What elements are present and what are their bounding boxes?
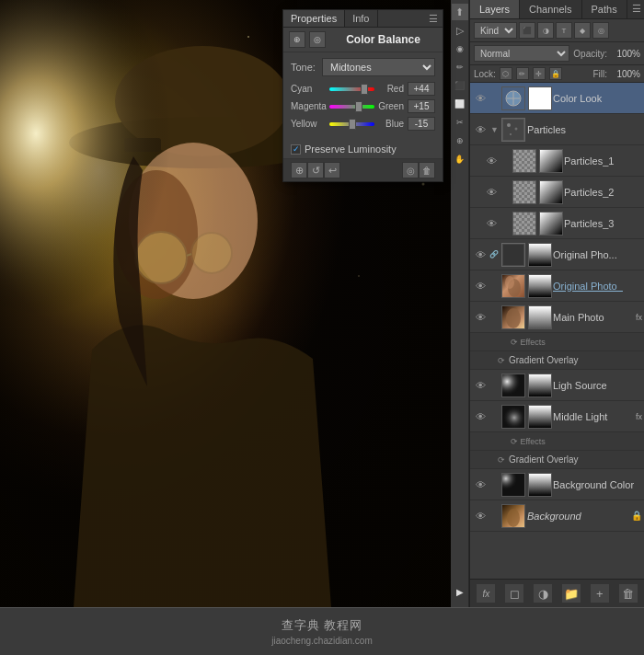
panel-btn-reset[interactable]: ↺ [307, 162, 324, 178]
tool-move[interactable]: ⬆ [452, 4, 468, 20]
layers-list: 👁 Color Look 👁 ▼ Particles 👁 Particles_1 [470, 83, 644, 579]
preserve-checkbox[interactable]: ✓ [291, 144, 301, 155]
group-arrow-particles[interactable]: ▼ [490, 125, 499, 134]
thumb-particles [501, 118, 525, 142]
panel-menu-btn[interactable]: ☰ [424, 11, 443, 27]
cyan-red-value[interactable] [408, 82, 435, 96]
tab-layers[interactable]: Layers [470, 0, 520, 18]
layer-particles[interactable]: 👁 ▼ Particles [470, 114, 644, 145]
tool-brush[interactable]: ✏ [452, 59, 468, 75]
blend-mode-select[interactable]: Normal [474, 45, 569, 62]
eye-particles[interactable]: 👁 [472, 121, 489, 138]
add-mask-btn[interactable]: ◻ [504, 583, 524, 603]
lock-all-btn[interactable]: 🔒 [549, 67, 562, 80]
layer-original-photo-group[interactable]: 👁 🔗 Original Pho... [470, 239, 644, 270]
panel-btn-add[interactable]: ⊕ [291, 162, 307, 178]
svg-point-26 [510, 133, 512, 135]
layer-middle-light[interactable]: 👁 Middle Light fx [470, 401, 644, 432]
svg-rect-36 [502, 474, 525, 497]
layer-color-look[interactable]: 👁 Color Look [470, 83, 644, 114]
add-layer-style-btn[interactable]: fx [476, 583, 496, 603]
thumb-middle-light [501, 405, 525, 429]
eye-original-photo[interactable]: 👁 [472, 278, 489, 294]
eye-background[interactable]: 👁 [472, 508, 489, 524]
tool-lasso[interactable]: ◉ [452, 40, 468, 57]
eye-particles-1[interactable]: 👁 [483, 153, 500, 169]
layer-particles-3[interactable]: 👁 Particles_3 [470, 208, 644, 239]
new-group-btn[interactable]: 📁 [561, 583, 581, 603]
link-particles-3 [500, 217, 511, 230]
lock-image-btn[interactable]: ✏ [516, 67, 529, 80]
eye-original-photo-group[interactable]: 👁 [472, 247, 489, 263]
magenta-green-slider[interactable] [329, 100, 374, 113]
tool-crop[interactable]: ✂ [452, 114, 468, 131]
layer-original-photo[interactable]: 👁 Original Photo_ [470, 270, 644, 302]
effect-gradient-overlay-middle[interactable]: ⟳ Gradient Overlay [470, 451, 644, 469]
tab-properties[interactable]: Properties [283, 10, 345, 27]
new-fill-layer-btn[interactable]: ◑ [533, 583, 553, 603]
eye-particles-3[interactable]: 👁 [483, 215, 500, 232]
filter-adj-btn[interactable]: ◑ [537, 22, 554, 39]
link-color-look [489, 92, 500, 105]
eye-color-look[interactable]: 👁 [472, 90, 489, 107]
eye-particles-2[interactable]: 👁 [483, 184, 500, 201]
tool-hand[interactable]: ✋ [452, 151, 468, 167]
svg-rect-34 [502, 406, 525, 429]
layer-ligh-source[interactable]: 👁 Ligh Source [470, 370, 644, 401]
yellow-blue-slider[interactable] [329, 118, 374, 131]
tone-select[interactable]: Midtones Shadows Highlights [322, 58, 435, 76]
tab-channels[interactable]: Channels [520, 0, 581, 18]
svg-point-25 [514, 127, 517, 130]
panel-icon-1[interactable]: ⊕ [289, 31, 305, 48]
layer-name-particles-2: Particles_2 [564, 187, 642, 198]
layer-main-photo[interactable]: 👁 Main Photo fx [470, 302, 644, 333]
lock-position-btn[interactable]: ✛ [533, 67, 546, 80]
opacity-label: Opacity: [573, 49, 607, 59]
tab-paths[interactable]: Paths [582, 0, 627, 18]
tool-arrow[interactable]: ▷ [452, 22, 468, 39]
new-layer-btn[interactable]: + [590, 583, 610, 603]
tool-eraser[interactable]: ⬜ [452, 96, 468, 112]
cyan-label: Cyan [291, 84, 326, 94]
effect-gradient-overlay-main[interactable]: ⟳ Gradient Overlay [470, 351, 644, 370]
lock-transparent-btn[interactable]: ⬡ [500, 67, 512, 80]
magenta-green-value[interactable] [408, 99, 435, 113]
layer-particles-1[interactable]: 👁 Particles_1 [470, 145, 644, 177]
lock-background-icon: 🔒 [631, 511, 642, 521]
filter-smart-btn[interactable]: ◎ [592, 22, 609, 39]
panel-icon-2[interactable]: ◎ [309, 31, 326, 48]
filter-shape-btn[interactable]: ◆ [574, 22, 591, 39]
yellow-blue-value[interactable] [408, 117, 435, 131]
tab-info[interactable]: Info [345, 10, 377, 27]
eye-ligh-source[interactable]: 👁 [472, 377, 489, 394]
svg-point-29 [505, 276, 514, 289]
panel-bottom-toolbar: ⊕ ↺ ↩ ◎ 🗑 [283, 158, 443, 181]
red-label: Red [378, 84, 404, 94]
layer-background-color[interactable]: 👁 Background Color [470, 469, 644, 500]
layer-particles-2[interactable]: 👁 Particles_2 [470, 177, 644, 208]
delete-layer-btn[interactable]: 🗑 [618, 583, 638, 603]
layers-panel-menu[interactable]: ☰ [627, 0, 644, 18]
mask-color-look [528, 86, 552, 110]
effect-eye-middle[interactable]: ⟳ [498, 455, 505, 465]
panel-btn-undo[interactable]: ↩ [324, 162, 340, 178]
mask-ligh-source [528, 373, 552, 397]
tool-zoom[interactable]: ⊕ [452, 132, 468, 149]
panel-btn-visibility[interactable]: ◎ [402, 162, 419, 178]
effect-eye-main[interactable]: ⟳ [498, 356, 505, 365]
fill-label: Fill: [592, 69, 607, 79]
kind-select[interactable]: Kind [474, 22, 517, 39]
tool-fill[interactable]: ⬛ [452, 77, 468, 94]
eye-middle-light[interactable]: 👁 [472, 408, 489, 425]
panel-btn-delete[interactable]: 🗑 [419, 162, 435, 178]
layer-background[interactable]: 👁 Background 🔒 [470, 500, 644, 532]
play-button[interactable]: ▶ [452, 583, 468, 600]
cyan-red-slider[interactable] [329, 83, 374, 96]
filter-pixel-btn[interactable]: ⬛ [519, 22, 535, 39]
eye-background-color[interactable]: 👁 [472, 477, 489, 493]
layer-name-original-photo-group: Original Pho... [553, 249, 642, 260]
link-particles-1 [500, 155, 511, 167]
eye-main-photo[interactable]: 👁 [472, 309, 489, 326]
filter-text-btn[interactable]: T [556, 22, 572, 39]
effects-label-main: ⟳ Effects [511, 338, 546, 347]
